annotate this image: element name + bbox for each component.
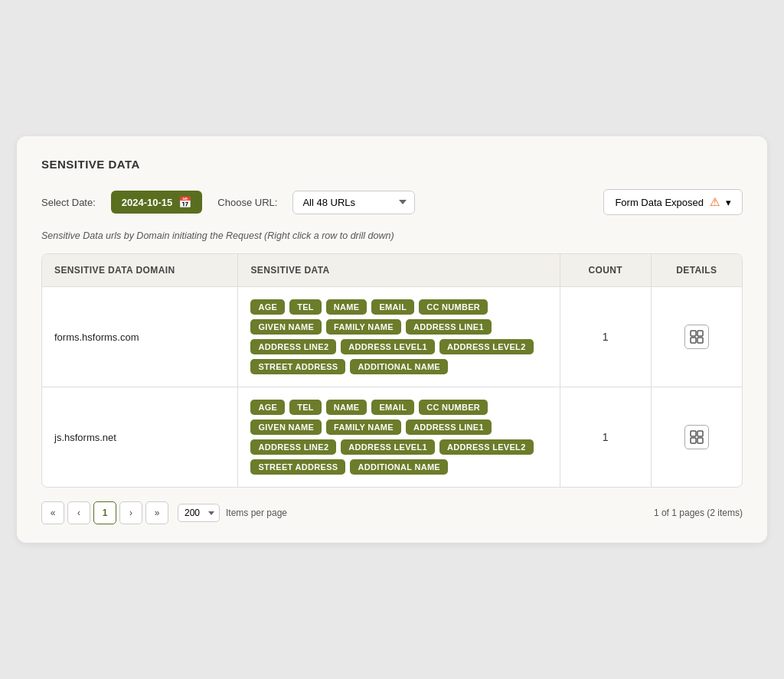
svg-rect-0	[691, 331, 696, 336]
tag-tel: TEL	[289, 299, 322, 315]
next-page-button[interactable]: ›	[119, 501, 142, 524]
svg-rect-5	[697, 431, 703, 436]
last-page-button[interactable]: »	[145, 501, 168, 524]
prev-page-button[interactable]: ‹	[67, 501, 90, 524]
details-button[interactable]	[684, 325, 709, 349]
date-value: 2024-10-15	[122, 197, 173, 208]
select-date-label: Select Date:	[41, 197, 96, 208]
date-picker-button[interactable]: 2024-10-15 📅	[111, 191, 203, 214]
svg-rect-4	[691, 431, 696, 436]
table-row: forms.hsforms.comAGETELNAMEEMAILCC NUMBE…	[42, 287, 742, 387]
tag-address-level2: ADDRESS LEVEL2	[439, 439, 534, 455]
svg-rect-6	[691, 438, 696, 443]
first-page-button[interactable]: «	[41, 501, 64, 524]
cell-count: 1	[560, 387, 651, 488]
table-header-row: SENSITIVE DATA DOMAIN SENSITIVE DATA COU…	[42, 254, 742, 287]
svg-rect-1	[697, 331, 703, 336]
tag-tel: TEL	[289, 400, 322, 415]
tag-additional-name: ADDITIONAL NAME	[350, 459, 448, 475]
dropdown-arrow-icon: ▾	[726, 197, 731, 208]
subtitle: Sensitive Data urls by Domain initiating…	[41, 230, 743, 241]
calendar-icon: 📅	[178, 196, 191, 208]
main-card: SENSITIVE DATA Select Date: 2024-10-15 📅…	[17, 136, 767, 543]
tag-address-level1: ADDRESS LEVEL1	[341, 439, 435, 455]
tag-address-line1: ADDRESS LINE1	[406, 319, 492, 335]
tag-street-address: STREET ADDRESS	[250, 359, 345, 374]
tag-age: AGE	[250, 400, 285, 415]
page-size-select[interactable]: 200	[178, 504, 220, 522]
sensitive-data-table: SENSITIVE DATA DOMAIN SENSITIVE DATA COU…	[42, 254, 742, 487]
svg-rect-7	[697, 438, 703, 443]
tag-email: EMAIL	[371, 400, 414, 415]
svg-rect-2	[691, 338, 696, 343]
page-title: SENSITIVE DATA	[41, 158, 743, 171]
tag-family-name: FAMILY NAME	[326, 419, 401, 435]
cell-domain: js.hsforms.net	[42, 387, 238, 488]
per-page-label: Items per page	[226, 508, 287, 518]
tag-address-line1: ADDRESS LINE1	[406, 419, 492, 435]
form-exposed-label: Form Data Exposed	[615, 197, 704, 208]
pagination: « ‹ 1 › » 200 Items per page 1 of 1 page…	[41, 501, 743, 524]
tag-given-name: GIVEN NAME	[250, 319, 322, 335]
cell-count: 1	[560, 287, 651, 387]
tag-additional-name: ADDITIONAL NAME	[350, 359, 448, 374]
url-select[interactable]: All 48 URLs	[292, 191, 415, 214]
cell-tags: AGETELNAMEEMAILCC NUMBERGIVEN NAMEFAMILY…	[238, 287, 560, 387]
tag-street-address: STREET ADDRESS	[250, 459, 345, 475]
tag-address-level1: ADDRESS LEVEL1	[341, 339, 435, 354]
data-table-wrapper: SENSITIVE DATA DOMAIN SENSITIVE DATA COU…	[41, 253, 743, 488]
tag-address-line2: ADDRESS LINE2	[250, 439, 336, 455]
col-header-sensitive-data: SENSITIVE DATA	[238, 254, 560, 287]
tag-cc-number: CC NUMBER	[419, 299, 488, 315]
tag-name: NAME	[326, 400, 368, 415]
current-page-button[interactable]: 1	[93, 501, 116, 524]
table-row: js.hsforms.netAGETELNAMEEMAILCC NUMBERGI…	[42, 387, 742, 488]
form-data-exposed-button[interactable]: Form Data Exposed ⚠ ▾	[603, 189, 743, 215]
tag-address-level2: ADDRESS LEVEL2	[439, 339, 534, 354]
tag-family-name: FAMILY NAME	[326, 319, 401, 335]
cell-domain: forms.hsforms.com	[42, 287, 238, 387]
svg-rect-3	[697, 338, 703, 343]
tag-address-line2: ADDRESS LINE2	[250, 339, 336, 354]
cell-details	[651, 287, 742, 387]
col-header-count: COUNT	[560, 254, 651, 287]
tag-age: AGE	[250, 299, 285, 315]
tag-cc-number: CC NUMBER	[419, 400, 488, 415]
pagination-info: 1 of 1 pages (2 items)	[654, 508, 743, 518]
cell-tags: AGETELNAMEEMAILCC NUMBERGIVEN NAMEFAMILY…	[238, 387, 560, 488]
tag-name: NAME	[326, 299, 368, 315]
col-header-domain: SENSITIVE DATA DOMAIN	[42, 254, 238, 287]
cell-details	[651, 387, 742, 488]
tag-email: EMAIL	[371, 299, 414, 315]
details-button[interactable]	[684, 425, 709, 449]
tag-given-name: GIVEN NAME	[250, 419, 322, 435]
choose-url-label: Choose URL:	[217, 197, 277, 208]
toolbar: Select Date: 2024-10-15 📅 Choose URL: Al…	[41, 189, 743, 215]
col-header-details: DETAILS	[651, 254, 742, 287]
warning-icon: ⚠	[710, 195, 720, 209]
